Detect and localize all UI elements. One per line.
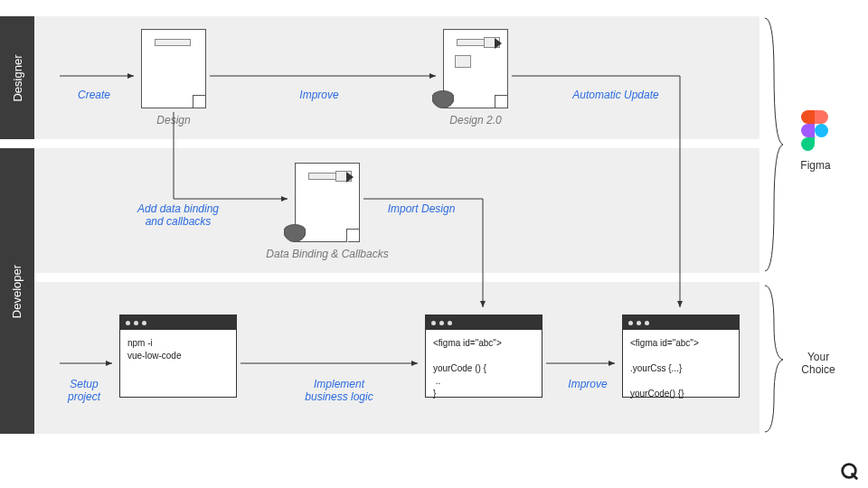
svg-point-5 [815, 124, 828, 137]
design-doc-element [155, 39, 191, 46]
setup-terminal: npm -i vue-low-code [119, 314, 237, 398]
edge-import-design: Import Design [376, 202, 467, 215]
databinding-db-icon [284, 224, 306, 240]
figma-label: Figma [796, 159, 835, 172]
brand-q-icon [839, 461, 859, 481]
designer-lane-text: Designer [11, 54, 24, 101]
window-dot-icon [126, 321, 130, 325]
window-dot-icon [645, 321, 649, 325]
edge-setup-project: Setup project [52, 378, 116, 403]
impl-code: <figma id="abc"> yourCode () { .. } [426, 330, 542, 408]
designer-lane-label: Designer [0, 16, 34, 139]
window-dot-icon [431, 321, 436, 325]
your-choice-label: Your Choice [796, 351, 841, 376]
databinding-caption: Data Binding & Callbacks [255, 248, 400, 260]
setup-titlebar [120, 315, 236, 330]
window-dot-icon [142, 321, 146, 325]
design2-db-icon [432, 90, 454, 107]
edge-improve-design: Improve [288, 89, 351, 101]
developer-lane-text: Developer [11, 264, 24, 317]
edge-auto-update: Automatic Update [557, 89, 675, 101]
databinding-arrow-icon [346, 172, 354, 183]
window-dot-icon [628, 321, 633, 325]
figma-logo-icon [801, 110, 828, 152]
design-caption: Design [136, 114, 212, 127]
design-document [141, 29, 206, 108]
improve-terminal: <figma id="abc"> .yourCss {...} yourCode… [622, 314, 740, 398]
window-dot-icon [637, 321, 641, 325]
impl-titlebar [426, 315, 542, 330]
design2-slot-mid [455, 55, 471, 68]
developer-lane-label: Developer [0, 148, 34, 434]
edge-implement-logic: Implement business logic [289, 378, 389, 403]
design2-caption: Design 2.0 [434, 114, 517, 127]
edge-improve-code: Improve [561, 378, 615, 390]
edge-create: Create [67, 89, 121, 101]
design2-arrow-icon [495, 38, 502, 49]
improve-titlebar [623, 315, 739, 330]
improve-code: <figma id="abc"> .yourCss {...} yourCode… [623, 330, 739, 408]
setup-code: npm -i vue-low-code [120, 330, 236, 370]
window-dot-icon [439, 321, 444, 325]
window-dot-icon [134, 321, 138, 325]
window-dot-icon [448, 321, 452, 325]
impl-terminal: <figma id="abc"> yourCode () { .. } [425, 314, 542, 398]
edge-add-binding: Add data binding and callbacks [119, 202, 237, 228]
